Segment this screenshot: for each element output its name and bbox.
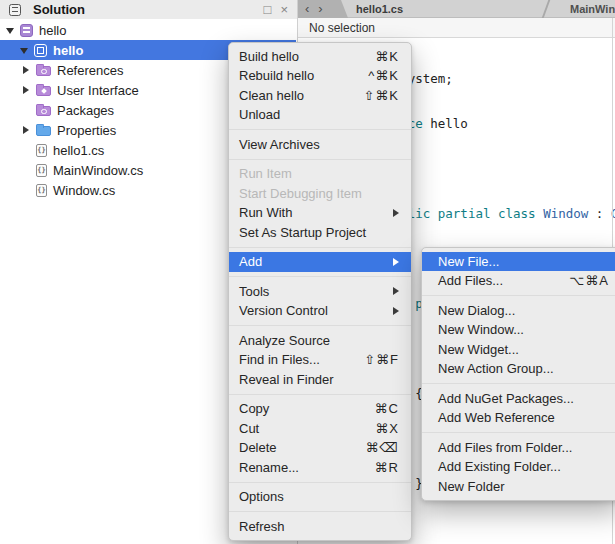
menu-item-label: Find in Files... <box>239 352 320 367</box>
menu-item-add[interactable]: Add <box>229 252 411 272</box>
submenu-item-add-files-from-folder[interactable]: Add Files from Folder... <box>422 438 615 458</box>
tab-label: MainWind <box>570 3 615 15</box>
expander-down-icon[interactable] <box>20 46 29 55</box>
menu-item-clean-hello[interactable]: Clean hello ⇧⌘K <box>229 86 411 106</box>
tree-item-label: hello <box>53 43 83 58</box>
shortcut-label: ⇧⌘F <box>364 352 399 367</box>
menu-item-label: Add NuGet Packages... <box>438 391 574 406</box>
submenu-arrow-icon <box>393 258 399 266</box>
nav-forward-icon[interactable]: › <box>318 1 322 17</box>
menu-separator <box>422 432 615 433</box>
tab-mainwindow-cs[interactable]: MainWind <box>557 0 615 17</box>
menu-item-label: Rename... <box>239 460 299 475</box>
shortcut-label: ⌘R <box>375 460 399 475</box>
menu-item-label: Cut <box>239 421 259 436</box>
menu-item-label: New Widget... <box>438 342 519 357</box>
menu-item-run-item: Run Item <box>229 164 411 184</box>
submenu-item-new-file[interactable]: New File... <box>422 252 615 272</box>
solution-pad-icon <box>9 4 21 16</box>
shortcut-label: ⌘K <box>375 49 399 64</box>
expander-right-icon[interactable] <box>22 126 31 135</box>
submenu-item-add-web-reference[interactable]: Add Web Reference <box>422 408 615 428</box>
csharp-file-icon: {} <box>36 144 47 157</box>
menu-item-rename[interactable]: Rename... ⌘R <box>229 458 411 478</box>
menu-item-tools[interactable]: Tools <box>229 282 411 302</box>
tree-item-label: Properties <box>57 123 116 138</box>
tree-item-label: hello1.cs <box>53 143 104 158</box>
menu-separator <box>229 276 411 277</box>
submenu-item-add-files[interactable]: Add Files... ⌥⌘A <box>422 271 615 291</box>
menu-item-set-as-startup-project[interactable]: Set As Startup Project <box>229 223 411 243</box>
menu-item-version-control[interactable]: Version Control <box>229 301 411 321</box>
close-pad-icon[interactable]: × <box>280 0 288 19</box>
submenu-item-new-action-group[interactable]: New Action Group... <box>422 359 615 379</box>
dock-pad-icon[interactable]: □ <box>264 0 272 19</box>
expander-right-icon[interactable] <box>22 66 31 75</box>
menu-item-label: Add Files... <box>438 273 503 288</box>
menu-item-label: Run Item <box>239 166 292 181</box>
breadcrumb-text: No selection <box>309 21 375 35</box>
menu-item-view-archives[interactable]: View Archives <box>229 135 411 155</box>
menu-item-copy[interactable]: Copy ⌘C <box>229 399 411 419</box>
menu-separator <box>229 247 411 248</box>
tree-item-label: Packages <box>57 103 114 118</box>
csharp-file-icon: {} <box>36 184 47 197</box>
menu-item-unload[interactable]: Unload <box>229 105 411 125</box>
packages-folder-icon <box>36 106 51 116</box>
expander-right-icon[interactable] <box>22 86 31 95</box>
menu-item-rebuild-hello[interactable]: Rebuild hello ^⌘K <box>229 66 411 86</box>
menu-item-start-debugging-item: Start Debugging Item <box>229 184 411 204</box>
csharp-file-icon: {} <box>36 164 47 177</box>
menu-item-refresh[interactable]: Refresh <box>229 517 411 537</box>
tab-nav-area: ‹ › <box>298 0 348 18</box>
menu-item-label: Version Control <box>239 303 328 318</box>
menu-item-label: Rebuild hello <box>239 68 314 83</box>
tab-label: hello1.cs <box>356 3 403 15</box>
solution-pad-header: Solution □ × <box>0 0 297 19</box>
shortcut-label: ⇧⌘K <box>363 88 399 103</box>
references-folder-icon <box>36 66 51 76</box>
nav-back-icon[interactable]: ‹ <box>305 1 309 17</box>
menu-item-label: Delete <box>239 440 277 455</box>
menu-item-delete[interactable]: Delete ⌘⌫ <box>229 438 411 458</box>
tree-item-solution-hello[interactable]: hello <box>0 20 296 40</box>
submenu-item-new-dialog[interactable]: New Dialog... <box>422 301 615 321</box>
expander-down-icon[interactable] <box>6 26 15 35</box>
submenu-item-new-folder[interactable]: New Folder <box>422 477 615 497</box>
menu-item-label: Add Existing Folder... <box>438 459 561 474</box>
submenu-item-add-existing-folder[interactable]: Add Existing Folder... <box>422 457 615 477</box>
menu-item-build-hello[interactable]: Build hello ⌘K <box>229 47 411 67</box>
menu-item-cut[interactable]: Cut ⌘X <box>229 419 411 439</box>
menu-item-options[interactable]: Options <box>229 487 411 507</box>
shortcut-label: ⌘⌫ <box>366 440 399 455</box>
tab-hello1-cs[interactable]: hello1.cs <box>347 0 543 17</box>
menu-item-label: Set As Startup Project <box>239 225 366 240</box>
submenu-arrow-icon <box>393 287 399 295</box>
menu-item-label: Tools <box>239 284 269 299</box>
menu-item-label: Add Web Reference <box>438 410 555 425</box>
solution-pad-title: Solution <box>33 2 85 17</box>
menu-item-find-in-files[interactable]: Find in Files... ⇧⌘F <box>229 350 411 370</box>
properties-folder-icon <box>36 126 51 136</box>
menu-item-run-with[interactable]: Run With <box>229 203 411 223</box>
context-menu: Build hello ⌘K Rebuild hello ^⌘K Clean h… <box>228 42 412 541</box>
menu-separator <box>229 325 411 326</box>
shortcut-label: ^⌘K <box>368 68 399 83</box>
menu-item-label: New Dialog... <box>438 303 515 318</box>
menu-item-label: Copy <box>239 401 269 416</box>
menu-item-label: Start Debugging Item <box>239 186 362 201</box>
tree-item-label: Window.cs <box>53 183 115 198</box>
shortcut-label: ⌘C <box>375 401 399 416</box>
solution-icon <box>20 24 33 37</box>
submenu-item-add-nuget-packages[interactable]: Add NuGet Packages... <box>422 389 615 409</box>
menu-separator <box>229 482 411 483</box>
menu-item-label: New Folder <box>438 479 504 494</box>
project-icon <box>34 44 47 57</box>
menu-item-analyze-source[interactable]: Analyze Source <box>229 331 411 351</box>
shortcut-label: ⌘X <box>375 421 399 436</box>
breadcrumb-bar[interactable]: No selection <box>298 18 615 38</box>
submenu-arrow-icon <box>393 307 399 315</box>
submenu-item-new-widget[interactable]: New Widget... <box>422 340 615 360</box>
submenu-item-new-window[interactable]: New Window... <box>422 320 615 340</box>
menu-item-reveal-in-finder[interactable]: Reveal in Finder <box>229 370 411 390</box>
